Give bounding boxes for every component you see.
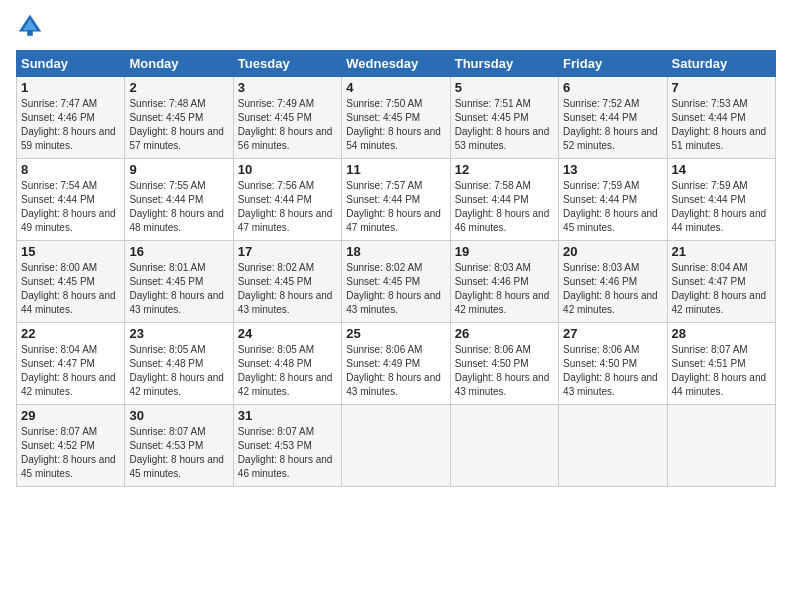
day-number: 12 — [455, 162, 554, 177]
day-number: 14 — [672, 162, 771, 177]
day-number: 27 — [563, 326, 662, 341]
day-info: Sunrise: 7:48 AM Sunset: 4:45 PM Dayligh… — [129, 97, 228, 153]
day-header-thursday: Thursday — [450, 51, 558, 77]
day-number: 31 — [238, 408, 337, 423]
day-number: 3 — [238, 80, 337, 95]
calendar-body: 1Sunrise: 7:47 AM Sunset: 4:46 PM Daylig… — [17, 77, 776, 487]
calendar-week-row: 8Sunrise: 7:54 AM Sunset: 4:44 PM Daylig… — [17, 159, 776, 241]
day-number: 16 — [129, 244, 228, 259]
day-number: 13 — [563, 162, 662, 177]
day-info: Sunrise: 7:50 AM Sunset: 4:45 PM Dayligh… — [346, 97, 445, 153]
day-number: 26 — [455, 326, 554, 341]
calendar-cell: 2Sunrise: 7:48 AM Sunset: 4:45 PM Daylig… — [125, 77, 233, 159]
calendar-cell: 30Sunrise: 8:07 AM Sunset: 4:53 PM Dayli… — [125, 405, 233, 487]
day-number: 25 — [346, 326, 445, 341]
day-number: 29 — [21, 408, 120, 423]
day-number: 24 — [238, 326, 337, 341]
calendar-cell: 28Sunrise: 8:07 AM Sunset: 4:51 PM Dayli… — [667, 323, 775, 405]
calendar-cell — [450, 405, 558, 487]
calendar-cell: 3Sunrise: 7:49 AM Sunset: 4:45 PM Daylig… — [233, 77, 341, 159]
day-number: 21 — [672, 244, 771, 259]
day-number: 18 — [346, 244, 445, 259]
day-number: 28 — [672, 326, 771, 341]
day-info: Sunrise: 8:02 AM Sunset: 4:45 PM Dayligh… — [346, 261, 445, 317]
day-info: Sunrise: 8:06 AM Sunset: 4:49 PM Dayligh… — [346, 343, 445, 399]
calendar-cell — [559, 405, 667, 487]
calendar-cell: 1Sunrise: 7:47 AM Sunset: 4:46 PM Daylig… — [17, 77, 125, 159]
day-number: 15 — [21, 244, 120, 259]
calendar-cell: 15Sunrise: 8:00 AM Sunset: 4:45 PM Dayli… — [17, 241, 125, 323]
day-number: 17 — [238, 244, 337, 259]
day-info: Sunrise: 8:04 AM Sunset: 4:47 PM Dayligh… — [672, 261, 771, 317]
calendar-cell: 17Sunrise: 8:02 AM Sunset: 4:45 PM Dayli… — [233, 241, 341, 323]
day-number: 5 — [455, 80, 554, 95]
calendar-week-row: 22Sunrise: 8:04 AM Sunset: 4:47 PM Dayli… — [17, 323, 776, 405]
day-info: Sunrise: 8:02 AM Sunset: 4:45 PM Dayligh… — [238, 261, 337, 317]
calendar-cell: 31Sunrise: 8:07 AM Sunset: 4:53 PM Dayli… — [233, 405, 341, 487]
calendar-cell: 11Sunrise: 7:57 AM Sunset: 4:44 PM Dayli… — [342, 159, 450, 241]
svg-rect-2 — [27, 30, 33, 36]
calendar-table: SundayMondayTuesdayWednesdayThursdayFrid… — [16, 50, 776, 487]
calendar-week-row: 1Sunrise: 7:47 AM Sunset: 4:46 PM Daylig… — [17, 77, 776, 159]
header — [16, 12, 776, 40]
calendar-cell: 4Sunrise: 7:50 AM Sunset: 4:45 PM Daylig… — [342, 77, 450, 159]
calendar-cell: 25Sunrise: 8:06 AM Sunset: 4:49 PM Dayli… — [342, 323, 450, 405]
day-header-monday: Monday — [125, 51, 233, 77]
day-info: Sunrise: 7:52 AM Sunset: 4:44 PM Dayligh… — [563, 97, 662, 153]
calendar-header-row: SundayMondayTuesdayWednesdayThursdayFrid… — [17, 51, 776, 77]
calendar-cell: 16Sunrise: 8:01 AM Sunset: 4:45 PM Dayli… — [125, 241, 233, 323]
day-info: Sunrise: 7:51 AM Sunset: 4:45 PM Dayligh… — [455, 97, 554, 153]
day-info: Sunrise: 7:59 AM Sunset: 4:44 PM Dayligh… — [563, 179, 662, 235]
day-info: Sunrise: 8:04 AM Sunset: 4:47 PM Dayligh… — [21, 343, 120, 399]
calendar-cell: 20Sunrise: 8:03 AM Sunset: 4:46 PM Dayli… — [559, 241, 667, 323]
day-number: 23 — [129, 326, 228, 341]
day-header-wednesday: Wednesday — [342, 51, 450, 77]
day-header-friday: Friday — [559, 51, 667, 77]
day-header-sunday: Sunday — [17, 51, 125, 77]
day-number: 22 — [21, 326, 120, 341]
day-info: Sunrise: 7:53 AM Sunset: 4:44 PM Dayligh… — [672, 97, 771, 153]
calendar-cell: 23Sunrise: 8:05 AM Sunset: 4:48 PM Dayli… — [125, 323, 233, 405]
day-number: 9 — [129, 162, 228, 177]
calendar-cell: 21Sunrise: 8:04 AM Sunset: 4:47 PM Dayli… — [667, 241, 775, 323]
day-info: Sunrise: 8:03 AM Sunset: 4:46 PM Dayligh… — [455, 261, 554, 317]
day-info: Sunrise: 8:05 AM Sunset: 4:48 PM Dayligh… — [238, 343, 337, 399]
calendar-week-row: 15Sunrise: 8:00 AM Sunset: 4:45 PM Dayli… — [17, 241, 776, 323]
day-number: 30 — [129, 408, 228, 423]
calendar-cell: 26Sunrise: 8:06 AM Sunset: 4:50 PM Dayli… — [450, 323, 558, 405]
day-header-saturday: Saturday — [667, 51, 775, 77]
day-info: Sunrise: 8:01 AM Sunset: 4:45 PM Dayligh… — [129, 261, 228, 317]
calendar-cell: 13Sunrise: 7:59 AM Sunset: 4:44 PM Dayli… — [559, 159, 667, 241]
day-info: Sunrise: 8:03 AM Sunset: 4:46 PM Dayligh… — [563, 261, 662, 317]
calendar-cell: 29Sunrise: 8:07 AM Sunset: 4:52 PM Dayli… — [17, 405, 125, 487]
calendar-week-row: 29Sunrise: 8:07 AM Sunset: 4:52 PM Dayli… — [17, 405, 776, 487]
day-info: Sunrise: 8:06 AM Sunset: 4:50 PM Dayligh… — [455, 343, 554, 399]
calendar-cell: 9Sunrise: 7:55 AM Sunset: 4:44 PM Daylig… — [125, 159, 233, 241]
logo-icon — [16, 12, 44, 40]
day-info: Sunrise: 7:59 AM Sunset: 4:44 PM Dayligh… — [672, 179, 771, 235]
calendar-cell: 8Sunrise: 7:54 AM Sunset: 4:44 PM Daylig… — [17, 159, 125, 241]
day-info: Sunrise: 7:56 AM Sunset: 4:44 PM Dayligh… — [238, 179, 337, 235]
calendar-cell: 10Sunrise: 7:56 AM Sunset: 4:44 PM Dayli… — [233, 159, 341, 241]
calendar-cell: 22Sunrise: 8:04 AM Sunset: 4:47 PM Dayli… — [17, 323, 125, 405]
day-number: 7 — [672, 80, 771, 95]
logo — [16, 12, 46, 40]
calendar-cell: 14Sunrise: 7:59 AM Sunset: 4:44 PM Dayli… — [667, 159, 775, 241]
day-info: Sunrise: 8:07 AM Sunset: 4:53 PM Dayligh… — [129, 425, 228, 481]
day-info: Sunrise: 8:06 AM Sunset: 4:50 PM Dayligh… — [563, 343, 662, 399]
day-info: Sunrise: 8:07 AM Sunset: 4:51 PM Dayligh… — [672, 343, 771, 399]
calendar-cell: 24Sunrise: 8:05 AM Sunset: 4:48 PM Dayli… — [233, 323, 341, 405]
day-info: Sunrise: 8:00 AM Sunset: 4:45 PM Dayligh… — [21, 261, 120, 317]
day-header-tuesday: Tuesday — [233, 51, 341, 77]
calendar-cell: 5Sunrise: 7:51 AM Sunset: 4:45 PM Daylig… — [450, 77, 558, 159]
calendar-cell — [342, 405, 450, 487]
day-info: Sunrise: 7:47 AM Sunset: 4:46 PM Dayligh… — [21, 97, 120, 153]
day-info: Sunrise: 8:07 AM Sunset: 4:53 PM Dayligh… — [238, 425, 337, 481]
day-info: Sunrise: 7:58 AM Sunset: 4:44 PM Dayligh… — [455, 179, 554, 235]
day-info: Sunrise: 7:54 AM Sunset: 4:44 PM Dayligh… — [21, 179, 120, 235]
day-number: 6 — [563, 80, 662, 95]
day-number: 4 — [346, 80, 445, 95]
calendar-cell: 7Sunrise: 7:53 AM Sunset: 4:44 PM Daylig… — [667, 77, 775, 159]
calendar-cell: 12Sunrise: 7:58 AM Sunset: 4:44 PM Dayli… — [450, 159, 558, 241]
day-number: 20 — [563, 244, 662, 259]
